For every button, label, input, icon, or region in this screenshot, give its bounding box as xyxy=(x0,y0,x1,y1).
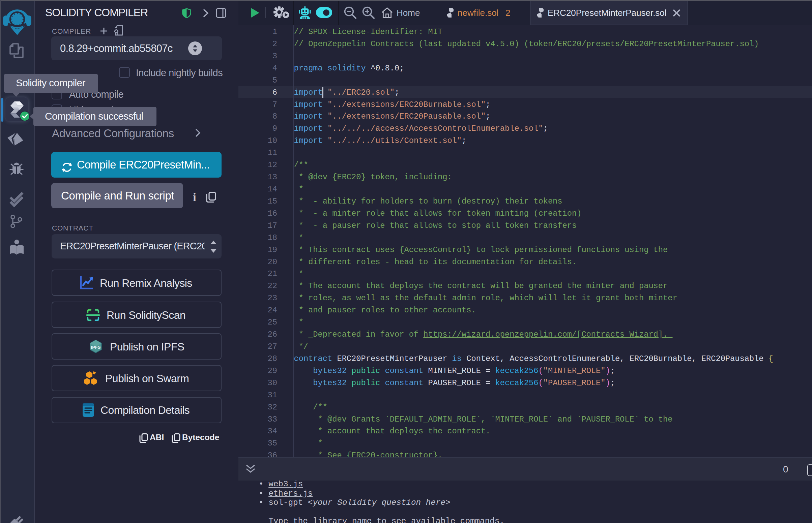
svg-text:IPFS: IPFS xyxy=(91,345,101,350)
